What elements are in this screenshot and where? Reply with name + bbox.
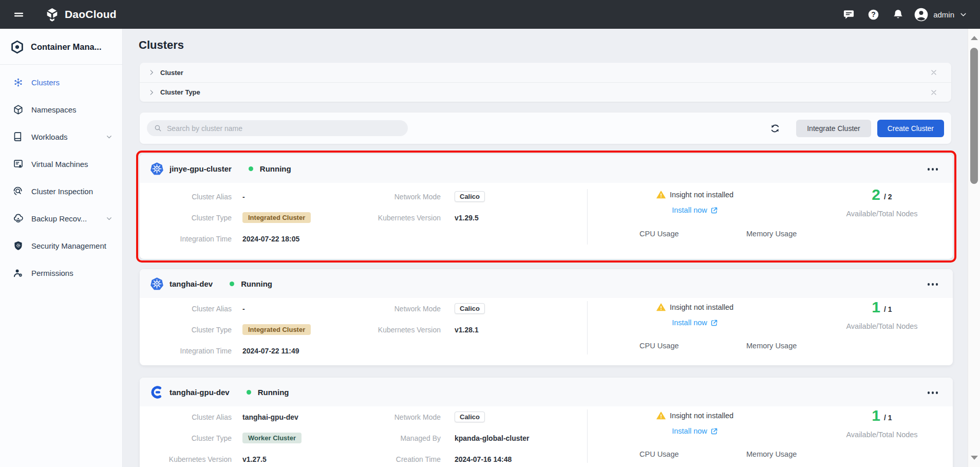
more-actions-button[interactable]	[926, 282, 940, 287]
feedback-button[interactable]	[840, 6, 857, 23]
close-icon[interactable]	[930, 68, 938, 77]
field-label: Cluster Alias	[140, 413, 232, 421]
sidebar-item-security-management[interactable]: Security Management	[0, 232, 122, 259]
daocloud-logo-icon	[45, 8, 59, 22]
memory-usage-label: Memory Usage	[746, 230, 797, 238]
sidebar-item-label: Backup Recov...	[31, 214, 87, 223]
status-dot-icon	[249, 166, 253, 171]
field-value: v1.29.5	[455, 214, 479, 222]
cluster-name[interactable]: tanghai-gpu-dev	[169, 388, 230, 397]
insight-warning-text: Insight not installed	[670, 191, 733, 199]
user-menu[interactable]: admin	[914, 7, 968, 22]
sidebar-item-label: Security Management	[31, 241, 106, 250]
cluster-status: Running	[258, 388, 289, 397]
security-management-icon	[12, 240, 24, 251]
field-label: Kubernetes Version	[140, 455, 232, 463]
sidebar-item-namespaces[interactable]: Namespaces	[0, 96, 122, 123]
scrollbar-down-arrow-icon[interactable]	[971, 456, 978, 460]
main-content: Clusters ClusterCluster Type Integrate C…	[122, 29, 968, 467]
cluster-card-header: tanghai-gpu-devRunning	[140, 378, 953, 406]
search-input[interactable]	[167, 124, 401, 133]
hamburger-menu-button[interactable]	[8, 4, 29, 25]
chat-icon	[843, 9, 855, 21]
field-value: tanghai-gpu-dev	[242, 413, 298, 421]
status-dot-icon	[247, 390, 251, 395]
brand[interactable]: DaoCloud	[45, 8, 117, 22]
details-column-left: Cluster Alias-Cluster TypeIntegrated Clu…	[140, 186, 311, 249]
field-value-badge: Worker Cluster	[242, 433, 301, 443]
more-actions-button[interactable]	[926, 390, 940, 396]
warning-icon	[656, 411, 666, 420]
top-header: DaoCloud ? admin	[0, 0, 980, 29]
field-label: Cluster Alias	[140, 193, 232, 201]
field-label: Cluster Type	[140, 214, 232, 222]
sidebar-divider	[0, 64, 122, 65]
notifications-button[interactable]	[889, 6, 907, 23]
detail-row: Network ModeCalico	[355, 298, 485, 319]
permissions-icon	[12, 268, 24, 278]
nodes-block: 1/ 1Available/Total Nodes	[820, 408, 944, 439]
chevron-down-icon	[959, 10, 968, 19]
create-cluster-button[interactable]: Create Cluster	[877, 120, 944, 137]
external-link-icon	[710, 319, 718, 327]
sidebar-item-virtual-machines[interactable]: Virtual Machines	[0, 151, 122, 178]
sidebar-item-label: Workloads	[31, 133, 68, 141]
vertical-divider	[587, 409, 588, 463]
sidebar-nav: ClustersNamespacesWorkloadsVirtual Machi…	[0, 69, 122, 287]
field-label: Network Mode	[355, 193, 441, 201]
available-nodes-count: 2	[872, 187, 880, 202]
username: admin	[933, 10, 954, 19]
detail-row: Network ModeCalico	[355, 186, 485, 207]
product-switcher[interactable]: Container Mana...	[0, 29, 122, 64]
field-label: Integration Time	[140, 235, 232, 243]
detail-row: Kubernetes Versionv1.28.1	[355, 319, 485, 340]
install-now-link[interactable]: Install now	[672, 319, 718, 327]
sidebar-item-label: Namespaces	[31, 105, 77, 114]
memory-usage-label: Memory Usage	[746, 342, 797, 350]
filter-row-2[interactable]: Cluster Type	[140, 82, 951, 102]
cpu-usage-label: CPU Usage	[639, 342, 679, 350]
insight-block: Insight not installedInstall now	[618, 190, 772, 215]
clusters-icon	[12, 77, 24, 88]
sidebar-item-cluster-inspection[interactable]: Cluster Inspection	[0, 178, 122, 205]
sidebar-item-clusters[interactable]: Clusters	[0, 69, 122, 96]
detail-row: Network ModeCalico	[355, 406, 529, 427]
install-now-label: Install now	[672, 206, 707, 214]
scrollbar[interactable]	[968, 29, 980, 467]
install-now-link[interactable]: Install now	[672, 206, 718, 214]
refresh-button[interactable]	[766, 119, 784, 138]
field-value-badge: Calico	[455, 303, 485, 314]
scrollbar-thumb[interactable]	[970, 48, 978, 184]
chevron-right-icon	[148, 69, 155, 76]
sidebar-item-permissions[interactable]: Permissions	[0, 259, 122, 287]
close-icon[interactable]	[930, 88, 938, 97]
field-label: Kubernetes Version	[355, 214, 441, 222]
chevron-right-icon	[148, 89, 155, 96]
scrollbar-up-arrow-icon[interactable]	[971, 36, 978, 40]
cluster-card: tanghai-devRunningCluster Alias-Cluster …	[140, 269, 953, 365]
integrate-cluster-button[interactable]: Integrate Cluster	[796, 120, 871, 137]
field-label: Creation Time	[355, 455, 441, 463]
nodes-caption: Available/Total Nodes	[820, 322, 944, 330]
cpu-usage-label: CPU Usage	[639, 230, 679, 238]
install-now-link[interactable]: Install now	[672, 427, 718, 435]
detail-row: Cluster Aliastanghai-gpu-dev	[140, 406, 301, 427]
sidebar-item-workloads[interactable]: Workloads	[0, 123, 122, 151]
help-button[interactable]: ?	[864, 6, 882, 23]
filter-row-1[interactable]: Cluster	[140, 63, 951, 82]
dce-icon	[150, 385, 164, 399]
sidebar-item-label: Cluster Inspection	[31, 187, 93, 196]
cluster-name[interactable]: jinye-gpu-cluster	[169, 164, 232, 173]
insight-warning-text: Insight not installed	[670, 412, 733, 420]
cluster-name[interactable]: tanghai-dev	[169, 279, 213, 288]
more-actions-button[interactable]	[926, 166, 940, 172]
field-label: Cluster Type	[140, 434, 232, 442]
search-box[interactable]	[147, 120, 408, 136]
detail-row: Cluster Alias-	[140, 186, 311, 207]
detail-row: Kubernetes Versionv1.29.5	[355, 207, 485, 228]
chevron-down-icon	[105, 133, 113, 141]
sidebar-item-backup-recovery[interactable]: Backup Recov...	[0, 205, 122, 232]
search-icon	[154, 124, 162, 133]
warning-icon	[656, 190, 666, 199]
toolbar: Integrate Cluster Create Cluster	[140, 113, 951, 144]
